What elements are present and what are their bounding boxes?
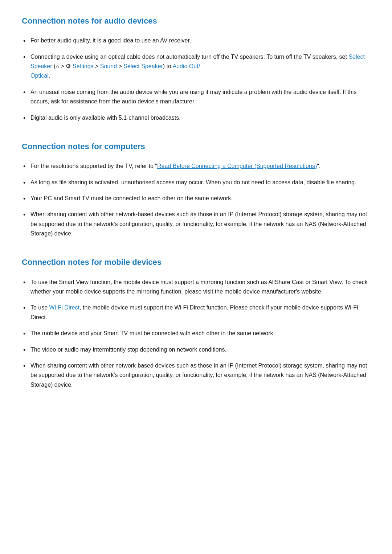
sound-link[interactable]: Sound — [100, 63, 117, 69]
list-item: Digital audio is only available with 5.1… — [22, 113, 370, 123]
list-item: For better audio quality, it is a good i… — [22, 36, 370, 45]
comp-item-2-text: As long as file sharing is activated, un… — [30, 179, 356, 185]
mob-item-1-text: To use the Smart View function, the mobi… — [30, 279, 367, 295]
list-item: Connecting a device using an optical cab… — [22, 52, 370, 81]
wifi-direct-link[interactable]: Wi-Fi Direct — [49, 304, 80, 311]
audio-devices-title: Connection notes for audio devices — [22, 15, 370, 27]
list-item: To use the Smart View function, the mobi… — [22, 278, 370, 297]
audio-item-2-text: Connecting a device using an optical cab… — [30, 54, 365, 79]
audio-item-4-text: Digital audio is only available with 5.1… — [30, 115, 181, 121]
mobile-devices-section: Connection notes for mobile devices To u… — [22, 256, 370, 390]
mob-item-2-text: To use Wi-Fi Direct, the mobile device m… — [30, 304, 358, 320]
audio-item-1-text: For better audio quality, it is a good i… — [30, 37, 191, 44]
list-item: For the resolutions supported by the TV,… — [22, 161, 370, 171]
list-item: The mobile device and your Smart TV must… — [22, 329, 370, 338]
list-item: As long as file sharing is activated, un… — [22, 178, 370, 187]
mob-item-3-text: The mobile device and your Smart TV must… — [30, 330, 275, 336]
comp-item-1-text: For the resolutions supported by the TV,… — [30, 163, 320, 169]
audio-devices-list: For better audio quality, it is a good i… — [22, 36, 370, 123]
computers-list: For the resolutions supported by the TV,… — [22, 161, 370, 238]
list-item: When sharing content with other network-… — [22, 210, 370, 238]
comp-item-4-text: When sharing content with other network-… — [30, 211, 367, 237]
mob-item-5-text: When sharing content with other network-… — [30, 362, 367, 388]
mobile-devices-title: Connection notes for mobile devices — [22, 256, 370, 268]
audio-item-3-text: An unusual noise coming from the audio d… — [30, 89, 356, 104]
supported-resolutions-link[interactable]: Read Before Connecting a Computer (Suppo… — [157, 163, 317, 169]
mob-item-4-text: The video or audio may intermittently st… — [30, 346, 226, 353]
comp-item-3-text: Your PC and Smart TV must be connected t… — [30, 195, 233, 201]
home-icon: ⌂ — [56, 63, 59, 69]
mobile-devices-list: To use the Smart View function, the mobi… — [22, 278, 370, 390]
list-item: When sharing content with other network-… — [22, 361, 370, 390]
select-speaker-link-2[interactable]: Select Speaker — [123, 63, 163, 69]
list-item: An unusual noise coming from the audio d… — [22, 87, 370, 107]
computers-section: Connection notes for computers For the r… — [22, 140, 370, 239]
settings-link[interactable]: Settings — [73, 63, 94, 69]
list-item: To use Wi-Fi Direct, the mobile device m… — [22, 303, 370, 322]
computers-title: Connection notes for computers — [22, 140, 370, 153]
list-item: Your PC and Smart TV must be connected t… — [22, 194, 370, 203]
list-item: The video or audio may intermittently st… — [22, 345, 370, 354]
audio-devices-section: Connection notes for audio devices For b… — [22, 15, 370, 123]
settings-icon: ⚙ — [66, 63, 71, 69]
